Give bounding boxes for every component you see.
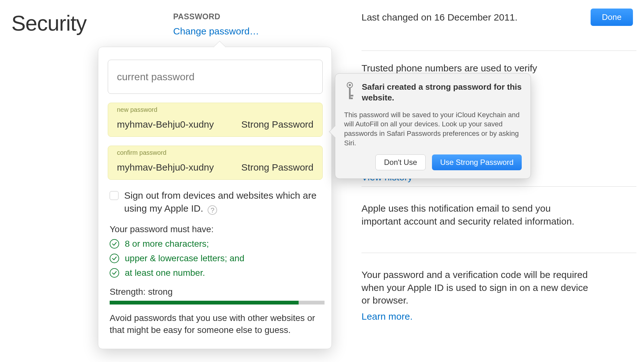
strength-label: Strength: strong: [110, 287, 322, 297]
check-icon: [110, 239, 119, 249]
confirm-password-label: confirm password: [117, 149, 167, 156]
safari-title: Safari created a strong password for thi…: [362, 82, 522, 103]
current-password-input[interactable]: [117, 71, 313, 83]
password-advice: Avoid passwords that you use with other …: [110, 312, 320, 336]
page-title: Security: [11, 11, 87, 35]
use-strong-password-button[interactable]: Use Strong Password: [432, 154, 522, 170]
requirement-item: 8 or more characters;: [110, 239, 322, 249]
current-password-field[interactable]: [108, 60, 323, 94]
divider: [361, 253, 636, 253]
password-section-label: PASSWORD: [173, 12, 220, 21]
strength-meter-fill: [110, 301, 299, 305]
divider: [361, 186, 636, 187]
help-icon[interactable]: ?: [208, 205, 217, 215]
svg-point-1: [349, 84, 351, 86]
last-changed-text: Last changed on 16 December 2011.: [361, 12, 518, 23]
svg-rect-2: [349, 88, 350, 99]
requirement-item: at least one number.: [110, 268, 322, 278]
svg-rect-4: [351, 98, 353, 99]
strong-password-badge: Strong Password: [241, 162, 313, 173]
two-factor-text: Your password and a verification code wi…: [361, 268, 589, 323]
safari-body: This password will be saved to your iClo…: [344, 110, 522, 148]
notification-email-text: Apple uses this notification email to se…: [361, 202, 589, 228]
new-password-value: myhmav-Behju0-xudny: [117, 119, 224, 130]
change-password-popover: new password myhmav-Behju0-xudny Strong …: [98, 47, 332, 349]
svg-rect-3: [351, 95, 354, 96]
new-password-label: new password: [117, 106, 157, 113]
done-button[interactable]: Done: [591, 9, 633, 26]
confirm-password-value: myhmav-Behju0-xudny: [117, 162, 224, 173]
requirement-item: upper & lowercase letters; and: [110, 253, 322, 263]
learn-more-link[interactable]: Learn more.: [361, 310, 413, 323]
confirm-password-field[interactable]: confirm password myhmav-Behju0-xudny Str…: [108, 146, 323, 180]
safari-strong-password-popover: Safari created a strong password for thi…: [335, 73, 531, 179]
dont-use-button[interactable]: Don't Use: [375, 154, 426, 170]
trusted-numbers-text: Trusted phone numbers are used to verify: [361, 62, 589, 75]
change-password-link[interactable]: Change password…: [173, 26, 259, 37]
strong-password-badge: Strong Password: [241, 119, 313, 130]
requirements-title: Your password must have:: [110, 224, 322, 234]
signout-checkbox[interactable]: [110, 191, 118, 200]
divider: [361, 51, 636, 51]
strength-meter: [110, 301, 325, 305]
new-password-field[interactable]: new password myhmav-Behju0-xudny Strong …: [108, 103, 323, 137]
popover-arrow: [213, 41, 226, 53]
key-icon: [344, 82, 355, 101]
check-icon: [110, 254, 119, 263]
signout-label: Sign out from devices and websites which…: [124, 189, 322, 215]
check-icon: [110, 268, 119, 278]
